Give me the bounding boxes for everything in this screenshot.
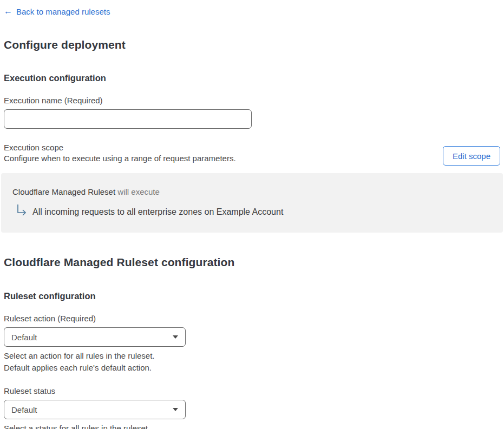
execution-name-label: Execution name (Required): [4, 96, 500, 105]
elbow-arrow-icon: [16, 204, 28, 217]
back-to-managed-rulesets-link[interactable]: ← Back to managed rulesets: [4, 7, 110, 16]
edit-scope-button[interactable]: Edit scope: [443, 146, 500, 166]
scope-summary-line: Cloudflare Managed Ruleset will execute: [12, 187, 492, 197]
left-arrow-icon: ←: [4, 7, 12, 16]
scope-summary-detail-row: All incoming requests to all enterprise …: [16, 204, 492, 217]
ruleset-status-select[interactable]: Default: [4, 400, 186, 419]
chevron-down-icon: [173, 408, 178, 411]
ruleset-status-help-line: Select a status for all rules in the rul…: [4, 423, 500, 429]
execution-scope-text: Execution scope Configure when to execut…: [4, 143, 236, 163]
configure-deployment-page: ← Back to managed rulesets Configure dep…: [0, 0, 504, 429]
ruleset-action-help: Select an action for all rules in the ru…: [4, 350, 500, 374]
execution-scope-row: Execution scope Configure when to execut…: [4, 143, 500, 166]
ruleset-action-value: Default: [11, 333, 37, 342]
execution-name-input[interactable]: [4, 109, 252, 129]
chevron-down-icon: [173, 335, 178, 339]
execution-configuration-heading: Execution configuration: [4, 72, 500, 83]
ruleset-configuration-title: Cloudflare Managed Ruleset configuration: [4, 255, 500, 269]
ruleset-action-help-line: Select an action for all rules in the ru…: [4, 350, 500, 362]
ruleset-status-help: Select a status for all rules in the rul…: [4, 423, 500, 429]
scope-summary-detail: All incoming requests to all enterprise …: [32, 204, 283, 217]
ruleset-status-label: Ruleset status: [4, 386, 500, 396]
ruleset-status-value: Default: [11, 405, 37, 414]
ruleset-action-select[interactable]: Default: [4, 327, 186, 347]
ruleset-configuration-subheading: Ruleset configuration: [4, 291, 500, 301]
back-link-label: Back to managed rulesets: [16, 7, 110, 16]
ruleset-name-text: Cloudflare Managed Ruleset: [12, 187, 115, 196]
will-execute-text: will execute: [115, 187, 160, 196]
ruleset-action-help-line: Default applies each rule's default acti…: [4, 362, 500, 374]
ruleset-action-label: Ruleset action (Required): [4, 314, 500, 324]
execution-scope-description: Configure when to execute using a range …: [4, 154, 236, 163]
execution-scope-label: Execution scope: [4, 143, 236, 153]
scope-summary-panel: Cloudflare Managed Ruleset will execute …: [1, 173, 503, 233]
page-title: Configure deployment: [4, 38, 500, 52]
